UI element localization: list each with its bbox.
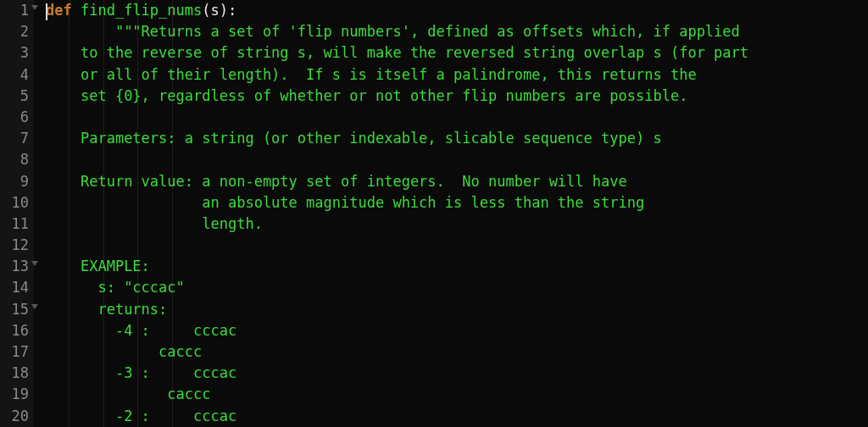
code-line[interactable]: Parameters: a string (or other indexable…	[46, 128, 868, 149]
docstring-text: -3 : cccac	[115, 364, 236, 381]
line-number: 19	[3, 384, 29, 405]
code-line[interactable]: EXAMPLE:	[46, 256, 868, 277]
line-number: 11	[3, 214, 29, 235]
line-number: 7	[3, 128, 29, 149]
code-line[interactable]: returns:	[46, 299, 868, 320]
code-editor[interactable]: 1234567891011121314151617181920 def find…	[0, 0, 868, 427]
code-line[interactable]	[46, 107, 868, 128]
code-area[interactable]: def find_flip_nums(s): """Returns a set …	[34, 0, 868, 427]
code-line[interactable]: -2 : cccac	[46, 406, 868, 427]
docstring-text: -2 : cccac	[115, 408, 236, 424]
line-number: 15	[3, 299, 29, 320]
line-number: 10	[3, 192, 29, 214]
code-line[interactable]: def find_flip_nums(s):	[46, 0, 868, 21]
colon: :	[228, 2, 236, 19]
line-number: 12	[3, 235, 29, 256]
docstring-text: set {0}, regardless of whether or not ot…	[81, 87, 687, 104]
docstring-text: caccc	[167, 385, 210, 402]
line-number: 2	[3, 21, 29, 42]
line-number: 20	[3, 406, 29, 427]
code-line[interactable]: caccc	[46, 384, 868, 405]
line-number: 6	[3, 107, 29, 128]
docstring-text: caccc	[159, 343, 202, 360]
code-line[interactable]	[46, 149, 868, 170]
docstring-text: s: "cccac"	[97, 279, 184, 296]
code-line[interactable]: set {0}, regardless of whether or not ot…	[46, 86, 868, 107]
docstring-text: """Returns a set of 'flip numbers', defi…	[115, 23, 740, 40]
code-line[interactable]: s: "cccac"	[46, 277, 868, 298]
code-line[interactable]: length.	[46, 214, 868, 235]
keyword-def: def	[46, 2, 72, 19]
code-line[interactable]	[46, 235, 868, 256]
paren-open: (	[202, 2, 210, 19]
line-number: 9	[3, 171, 29, 192]
code-line[interactable]: Return value: a non-empty set of integer…	[46, 171, 868, 192]
line-number: 8	[3, 149, 29, 170]
docstring-text: EXAMPLE:	[81, 258, 150, 274]
line-number: 16	[3, 320, 29, 341]
code-line[interactable]: caccc	[46, 341, 868, 363]
line-number: 18	[3, 363, 29, 384]
text-cursor	[46, 3, 47, 20]
docstring-text: length.	[202, 215, 263, 232]
line-number: 17	[3, 341, 29, 363]
docstring-text: returns:	[97, 301, 167, 318]
line-number: 3	[3, 42, 29, 64]
docstring-text: to the reverse of string s, will make th…	[81, 44, 748, 61]
code-line[interactable]: -4 : cccac	[46, 320, 868, 341]
line-number: 4	[3, 64, 29, 86]
docstring-text: Parameters: a string (or other indexable…	[81, 130, 662, 147]
docstring-text: an absolute magnitude which is less than…	[202, 194, 644, 211]
line-number-gutter: 1234567891011121314151617181920	[0, 0, 34, 427]
code-line[interactable]: """Returns a set of 'flip numbers', defi…	[46, 21, 868, 42]
code-line[interactable]: -3 : cccac	[46, 363, 868, 384]
line-number: 1	[3, 0, 29, 21]
code-line[interactable]: to the reverse of string s, will make th…	[46, 42, 868, 64]
function-name: find_flip_nums	[81, 2, 202, 19]
parameter: s	[211, 2, 220, 19]
line-number: 14	[3, 277, 29, 298]
docstring-text: Return value: a non-empty set of integer…	[81, 173, 627, 190]
docstring-text: -4 : cccac	[115, 322, 236, 339]
line-number: 13	[3, 256, 29, 277]
line-number: 5	[3, 86, 29, 107]
paren-close: )	[220, 2, 228, 19]
code-line[interactable]: an absolute magnitude which is less than…	[46, 192, 868, 214]
docstring-text: or all of their length). If s is itself …	[81, 66, 697, 83]
code-line[interactable]: or all of their length). If s is itself …	[46, 64, 868, 86]
